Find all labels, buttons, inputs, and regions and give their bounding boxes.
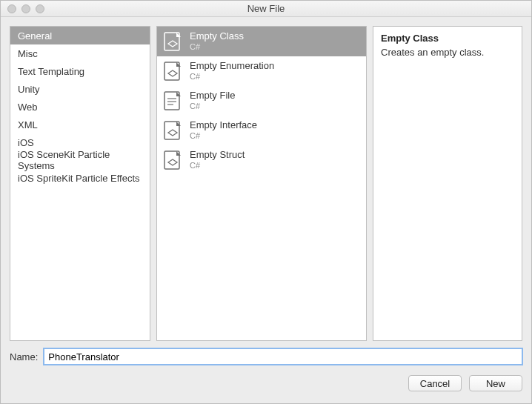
new-file-dialog: New File General Misc Text Templating Un… <box>0 0 532 404</box>
template-name: Empty Interface <box>190 120 257 131</box>
template-empty-file[interactable]: Empty File C# <box>157 86 366 116</box>
category-text-templating[interactable]: Text Templating <box>10 62 150 80</box>
template-details: Empty Class Creates an empty class. <box>373 26 522 341</box>
detail-title: Empty Class <box>381 33 514 44</box>
zoom-window-icon[interactable] <box>36 4 44 13</box>
template-name: Empty Struct <box>190 150 245 161</box>
svg-marker-15 <box>176 151 181 156</box>
template-empty-enumeration[interactable]: Empty Enumeration C# <box>157 56 366 86</box>
name-input[interactable] <box>44 348 522 365</box>
category-web[interactable]: Web <box>10 98 150 116</box>
svg-marker-13 <box>168 130 177 136</box>
template-empty-struct[interactable]: Empty Struct C# <box>157 145 366 175</box>
csharp-enum-icon <box>163 62 182 81</box>
template-empty-class[interactable]: Empty Class C# <box>157 27 366 56</box>
csharp-struct-icon <box>163 150 182 170</box>
minimize-window-icon[interactable] <box>21 4 30 13</box>
detail-description: Creates an empty class. <box>381 47 514 58</box>
button-row: Cancel New <box>1 371 531 403</box>
category-general[interactable]: General <box>10 27 150 44</box>
file-icon <box>163 91 182 110</box>
category-misc[interactable]: Misc <box>10 44 150 62</box>
template-name: Empty File <box>190 90 235 102</box>
template-list[interactable]: Empty Class C# Empty Enumeration C# <box>156 26 367 341</box>
category-ios-scenekit[interactable]: iOS SceneKit Particle Systems <box>10 151 150 169</box>
svg-marker-16 <box>168 159 177 165</box>
template-language: C# <box>190 102 235 111</box>
template-empty-interface[interactable]: Empty Interface C# <box>157 116 366 145</box>
content-panes: General Misc Text Templating Unity Web X… <box>1 17 531 345</box>
category-unity[interactable]: Unity <box>10 80 150 98</box>
window-title: New File <box>1 3 531 14</box>
cancel-button[interactable]: Cancel <box>408 375 462 391</box>
close-window-icon[interactable] <box>7 4 16 13</box>
name-label: Name: <box>10 351 38 362</box>
csharp-interface-icon <box>163 121 182 140</box>
category-list[interactable]: General Misc Text Templating Unity Web X… <box>10 26 150 341</box>
new-button[interactable]: New <box>469 375 522 391</box>
template-language: C# <box>190 72 274 82</box>
template-language: C# <box>190 42 244 52</box>
template-name: Empty Enumeration <box>190 61 274 72</box>
svg-marker-4 <box>176 62 181 67</box>
csharp-class-icon <box>163 32 182 51</box>
template-language: C# <box>190 131 257 141</box>
svg-marker-7 <box>176 92 181 96</box>
svg-marker-12 <box>176 122 181 126</box>
titlebar: New File <box>1 1 531 17</box>
svg-marker-5 <box>168 70 177 76</box>
template-name: Empty Class <box>190 31 244 42</box>
category-xml[interactable]: XML <box>10 116 150 133</box>
svg-marker-1 <box>176 33 181 37</box>
svg-marker-2 <box>168 41 177 47</box>
template-language: C# <box>190 161 245 170</box>
name-row: Name: <box>1 345 531 371</box>
category-ios-spritekit[interactable]: iOS SpriteKit Particle Effects <box>10 169 150 187</box>
